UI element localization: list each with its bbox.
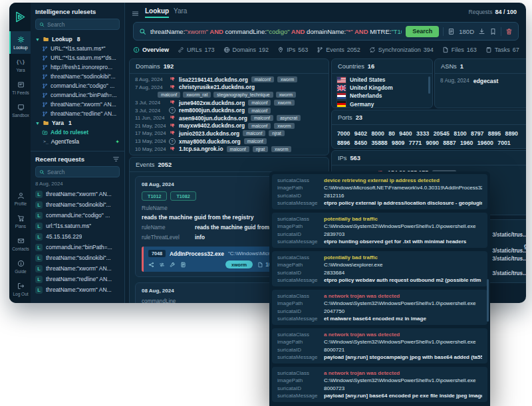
recent-request-item[interactable]: LcommandLine:"codigo" ...: [35, 210, 120, 221]
tree-item[interactable]: commandLine:"codigo" ...: [35, 81, 120, 90]
tree-item[interactable]: URL:"*l1s.saturn.ms*"ds...: [35, 53, 120, 62]
tree-item[interactable]: http://fresh1.ironorepro...: [35, 62, 120, 72]
domain-name[interactable]: junio2023.duckdns.org: [179, 130, 239, 137]
domain-row[interactable]: 7 Aug, 2024christyrusike21.duckdns.org: [135, 84, 323, 92]
hamburger-menu-icon[interactable]: [132, 8, 139, 20]
rulesets-search-input[interactable]: Search: [35, 19, 120, 30]
malware-tag[interactable]: xworm: [276, 92, 296, 98]
process-tools-icon[interactable]: [170, 262, 176, 268]
process-report-icon[interactable]: [180, 262, 186, 268]
rail-item-contacts[interactable]: Contacts: [9, 233, 31, 255]
result-tab-overview[interactable]: Overview: [133, 47, 169, 53]
yara-rule-agenttesla[interactable]: >_AgentTesla✦: [35, 137, 120, 146]
process-tree-icon[interactable]: [148, 262, 154, 268]
tree-item[interactable]: commandLine:"binPath=...: [35, 90, 120, 100]
result-tab-tasks[interactable]: Tasks67: [485, 47, 519, 53]
recent-request-item[interactable]: Lurl:"l1s.saturn.ms": [35, 221, 120, 231]
suricata-event-block[interactable]: suricataClassa network trojan was detect…: [272, 290, 487, 325]
domain-name[interactable]: xmay8000.duckdns.org: [179, 138, 241, 145]
malware-tag[interactable]: njrat: [253, 146, 268, 152]
domain-name[interactable]: mayxw9402.duckdns.org: [179, 122, 245, 129]
recent-search-input[interactable]: Search: [35, 166, 120, 177]
suricata-event-block[interactable]: suricataClassdevice retrieving external …: [272, 174, 487, 209]
malware-tag[interactable]: xworm: [274, 100, 294, 106]
bookmark-icon[interactable]: [489, 28, 497, 35]
rail-item-profile[interactable]: Profile: [9, 187, 31, 210]
result-tab-files[interactable]: Files163: [442, 47, 477, 53]
search-button[interactable]: Search: [406, 26, 439, 37]
domain-name[interactable]: christyrusike21.duckdns.org: [179, 84, 255, 90]
anyrun-logo-icon[interactable]: [9, 7, 31, 26]
tree-folder-lookup[interactable]: ▼Lookup8: [35, 35, 120, 44]
domain-row[interactable]: 3 Jul, 2024june9402xw.duckdns.orgmalconf…: [135, 99, 323, 107]
malware-tag[interactable]: xworm_rat: [183, 92, 211, 98]
malware-tag[interactable]: malconf: [248, 123, 271, 129]
domain-name[interactable]: asen9400jun.duckdns.org: [179, 115, 247, 122]
domain-name[interactable]: 1.tcp.sa.ngrok.io: [179, 146, 223, 152]
domain-name[interactable]: rem8000jun.duckdns.org: [179, 107, 245, 114]
domain-row[interactable]: 10 May, 20241.tcp.sa.ngrok.iomalconfnjra…: [135, 145, 323, 153]
rail-item-log-out[interactable]: Log Out: [9, 278, 31, 300]
domain-row[interactable]: 8 Aug, 2024lisa22194141.duckdns.orgmalco…: [135, 76, 323, 84]
process-swap-icon[interactable]: [159, 262, 165, 268]
malware-tag[interactable]: malconf: [244, 138, 267, 144]
domain-row[interactable]: 17 May, 2024junio2023.duckdns.orgmalconf…: [135, 130, 323, 138]
recent-request-item[interactable]: LcommandLine:"binPath=...: [35, 242, 120, 253]
rail-item-yara[interactable]: {\}Yara: [9, 54, 31, 76]
chevron-down-icon[interactable]: ▼: [35, 37, 40, 42]
query-input[interactable]: threatName:"xworm" AND commandLine:"codi…: [150, 28, 402, 35]
tree-folder-yara[interactable]: ▼Yara1: [35, 118, 120, 128]
malware-tag[interactable]: malconf: [248, 108, 271, 114]
period-selector[interactable]: 180D: [459, 28, 474, 35]
domain-name[interactable]: lisa22194141.duckdns.org: [179, 76, 248, 83]
domain-row[interactable]: 3 Jul, 2024?rem8000jun.duckdns.orgmalcon…: [135, 106, 323, 114]
ttp-tag-t1012[interactable]: T1012: [142, 191, 167, 201]
trash-icon[interactable]: [505, 28, 513, 35]
suricata-event-block[interactable]: suricataClassa network trojan was detect…: [272, 328, 487, 363]
tab-yara[interactable]: Yara: [174, 7, 187, 15]
filter-icon[interactable]: [112, 155, 120, 163]
query-syntax-icon[interactable]: [448, 28, 455, 35]
country-row[interactable]: United States: [337, 76, 427, 84]
query-search-bar[interactable]: threatName:"xworm" AND commandLine:"codi…: [133, 22, 519, 41]
malware-tag[interactable]: xworm: [271, 146, 291, 152]
result-tab-domains[interactable]: Domains192: [223, 47, 269, 53]
tree-item[interactable]: threatName:"sodinokibi"...: [35, 72, 120, 81]
process-malware-tag[interactable]: xworm: [225, 260, 253, 268]
country-row[interactable]: Germany: [337, 100, 427, 108]
domain-row[interactable]: 13 May, 2024?xmay8000.duckdns.orgmalconf: [135, 138, 323, 146]
rail-item-plans[interactable]: Plans: [9, 210, 31, 233]
tree-item[interactable]: URL:"*l1s.saturn.ms*": [35, 44, 120, 53]
malware-tag[interactable]: asyncrat: [277, 115, 301, 121]
malware-tag[interactable]: xworm: [277, 76, 297, 82]
recent-request-item[interactable]: L45.15.156.229: [35, 231, 120, 242]
scrollbar[interactable]: [428, 76, 430, 94]
tree-item[interactable]: threatName:"redline" AN...: [35, 109, 120, 118]
recent-request-item[interactable]: LthreatName:"xworm" AN...: [35, 263, 120, 274]
recent-request-item[interactable]: LthreatName:"xworm" AN...: [35, 189, 120, 199]
country-row[interactable]: United Kingdom: [337, 84, 427, 92]
suricata-event-block[interactable]: suricataClassa network trojan was detect…: [272, 367, 487, 402]
ttp-tag-t1082[interactable]: T1082: [170, 191, 196, 201]
malware-tag[interactable]: malconf: [243, 130, 265, 136]
result-tab-events[interactable]: Events2052: [317, 47, 360, 53]
download-icon[interactable]: [478, 28, 485, 35]
recent-request-item[interactable]: LthreatName:"sodinokibi"...: [35, 253, 120, 263]
malware-tag[interactable]: njrat: [269, 130, 284, 136]
recent-request-item[interactable]: LthreatName:"redline" AN...: [35, 274, 120, 284]
result-tab-urls[interactable]: URLs173: [178, 47, 215, 53]
chevron-down-icon[interactable]: ▼: [35, 121, 40, 126]
suricata-event-block[interactable]: suricataClasspotentially bad trafficimag…: [272, 213, 487, 248]
sparkle-icon[interactable]: ✦: [115, 139, 120, 145]
malware-tag[interactable]: malconf: [251, 115, 273, 121]
tab-lookup[interactable]: Lookup: [145, 7, 169, 18]
malware-tag[interactable]: malconf: [158, 92, 180, 98]
malware-tag[interactable]: malconf: [251, 76, 274, 82]
asn-row[interactable]: 8 Aug, 2024edgecast: [440, 76, 526, 85]
malware-tag[interactable]: malconf: [227, 146, 249, 152]
rail-item-ti-feeds[interactable]: TI Feeds: [9, 76, 31, 99]
rail-item-sandbox[interactable]: Sandbox: [9, 99, 31, 122]
rail-item-lookup[interactable]: Lookup: [9, 31, 31, 54]
recent-request-item[interactable]: LthreatName:"sodinokibi"...: [35, 199, 120, 210]
country-row[interactable]: Netherlands: [337, 92, 427, 100]
